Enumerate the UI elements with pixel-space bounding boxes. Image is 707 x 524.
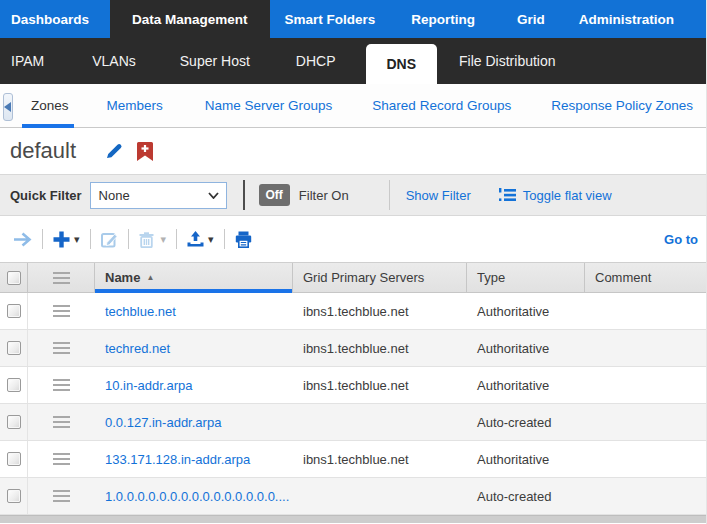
quick-filter-label: Quick Filter [10,188,82,203]
tab-name-server-groups[interactable]: Name Server Groups [191,84,347,127]
column-header-type-label: Type [477,270,505,285]
type-cell: Authoritative [467,341,585,356]
scroll-tabs-left-button[interactable] [3,93,13,121]
filter-on-label: Filter On [299,188,349,203]
nav-administration[interactable]: Administration [566,0,687,38]
row-checkbox[interactable] [7,415,21,429]
divider [128,229,129,249]
type-cell: Auto-created [467,415,585,430]
column-header-type[interactable]: Type [467,263,585,292]
nav-dashboards[interactable]: Dashboards [0,0,102,38]
row-drag-handle[interactable] [53,379,70,391]
app-window: Dashboards Data Management Smart Folders… [0,0,707,524]
row-drag-handle[interactable] [53,490,70,502]
nav-data-management[interactable]: Data Management [110,0,270,38]
zone-name-link[interactable]: techred.net [95,341,293,356]
sort-ascending-icon: ▲ [146,273,154,282]
grid-primary-servers-cell: ibns1.techblue.net [293,378,467,393]
quick-filter-bar: Quick Filter None Off Filter On Show Fil… [0,174,706,216]
column-header-comment[interactable]: Comment [585,263,706,292]
edit-button[interactable] [96,231,123,248]
next-row-edge [0,515,706,523]
grid-toolbar: ▾ ▾ ▾ [0,216,706,262]
table-row: 133.171.128.in-addr.arpa ibns1.techblue.… [0,441,706,478]
add-button[interactable]: ▾ [48,231,85,248]
nav-smart-folders[interactable]: Smart Folders [272,0,389,38]
row-drag-handle[interactable] [53,342,70,354]
type-cell: Auto-created [467,489,585,504]
plus-icon [53,231,70,248]
column-header-comment-label: Comment [595,270,651,285]
zone-name-link[interactable]: 10.in-addr.arpa [95,378,293,393]
table-row: 1.0.0.0.0.0.0.0.0.0.0.0.0.0.0.0.... Auto… [0,478,706,515]
row-checkbox[interactable] [7,304,21,318]
pencil-icon [104,141,124,161]
bookmark-add-icon [137,142,153,161]
filter-on-toggle[interactable]: Off [259,184,290,206]
divider [243,180,245,210]
row-drag-handle[interactable] [53,305,70,317]
hamburger-icon [53,272,70,284]
row-drag-handle[interactable] [53,416,70,428]
zone-name-link[interactable]: 0.0.127.in-addr.arpa [95,415,293,430]
table-row: techblue.net ibns1.techblue.net Authorit… [0,293,706,330]
column-header-name[interactable]: Name ▲ [95,263,293,292]
zone-name-link[interactable]: 133.171.128.in-addr.arpa [95,452,293,467]
table-header-row: Name ▲ Grid Primary Servers Type Comment [0,263,706,293]
row-checkbox[interactable] [7,378,21,392]
row-checkbox[interactable] [7,452,21,466]
caret-down-icon: ▾ [208,234,214,245]
chevron-down-icon [208,192,219,199]
zones-table: Name ▲ Grid Primary Servers Type Comment… [0,262,706,523]
divider [224,229,225,249]
flat-list-icon [499,188,516,202]
divider [176,229,177,249]
tab-zones[interactable]: Zones [17,84,83,127]
row-checkbox[interactable] [7,489,21,503]
arrow-right-icon [13,232,32,247]
row-checkbox[interactable] [7,341,21,355]
print-button[interactable] [230,231,257,248]
page-header: default [0,128,706,174]
sub-nav: IPAM VLANs Super Host DHCP DNS File Dist… [0,38,706,84]
drag-column-header [28,263,95,292]
main-nav: Dashboards Data Management Smart Folders… [0,0,706,38]
tab-response-policy-zones[interactable]: Response Policy Zones [537,84,707,127]
toggle-flat-view-link[interactable]: Toggle flat view [499,188,612,203]
upload-icon [187,231,204,247]
zone-name-link[interactable]: 1.0.0.0.0.0.0.0.0.0.0.0.0.0.0.0.... [95,489,293,504]
grid-primary-servers-cell: ibns1.techblue.net [293,452,467,467]
column-header-grid-primary-servers[interactable]: Grid Primary Servers [293,263,467,292]
grid-primary-servers-cell: ibns1.techblue.net [293,304,467,319]
column-header-name-label: Name [105,270,140,285]
type-cell: Authoritative [467,304,585,319]
nav-grid[interactable]: Grid [504,0,558,38]
tab-shared-record-groups[interactable]: Shared Record Groups [358,84,525,127]
select-all-checkbox-cell [0,263,28,292]
subnav-dhcp[interactable]: DHCP [280,38,352,84]
printer-icon [235,231,252,248]
chevron-left-icon [4,102,12,112]
subnav-file-distribution[interactable]: File Distribution [443,38,571,84]
delete-button[interactable]: ▾ [134,231,172,248]
quick-filter-dropdown[interactable]: None [90,182,227,209]
export-button[interactable]: ▾ [182,231,219,247]
zone-name-link[interactable]: techblue.net [95,304,293,319]
edit-view-button[interactable] [104,141,124,161]
table-row: 0.0.127.in-addr.arpa Auto-created [0,404,706,441]
open-button[interactable] [8,232,37,247]
subnav-ipam[interactable]: IPAM [0,38,60,84]
show-filter-link[interactable]: Show Filter [406,188,471,203]
bookmark-add-button[interactable] [137,142,153,161]
caret-down-icon: ▾ [161,234,167,245]
goto-link[interactable]: Go to [664,232,698,247]
nav-reporting[interactable]: Reporting [398,0,488,38]
subnav-vlans[interactable]: VLANs [76,38,152,84]
tab-members[interactable]: Members [93,84,177,127]
select-all-checkbox[interactable] [7,271,21,285]
quick-filter-value: None [99,188,130,203]
row-drag-handle[interactable] [53,453,70,465]
subnav-super-host[interactable]: Super Host [164,38,266,84]
subnav-dns[interactable]: DNS [366,44,438,84]
page-title: default [10,138,76,164]
